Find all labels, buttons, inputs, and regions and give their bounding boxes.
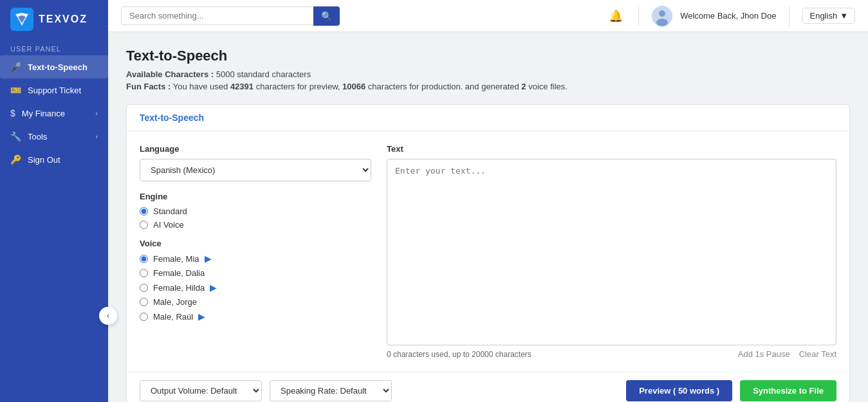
fun-facts-label: Fun Facts : bbox=[126, 82, 171, 91]
sidebar-section-label: USER PANEL bbox=[0, 39, 108, 55]
voice-male-jorge-radio[interactable] bbox=[140, 298, 148, 306]
fun-facts-info: Fun Facts : You have used 42391 characte… bbox=[126, 82, 850, 91]
voice-male-raul-radio[interactable] bbox=[140, 313, 148, 321]
voice-female-dalia-label: Female, Dalia bbox=[153, 268, 205, 278]
synthesize-button[interactable]: Synthesize to File bbox=[740, 380, 836, 401]
content-area: Text-to-Speech Available Characters : 50… bbox=[108, 32, 868, 402]
card-footer: Output Volume: Default Output Volume: Lo… bbox=[127, 372, 849, 402]
engine-section: Engine Standard AI Voice bbox=[140, 192, 371, 230]
fun-facts-production-count: 10066 bbox=[342, 82, 365, 91]
svg-point-2 bbox=[659, 10, 665, 17]
char-count: 0 characters used, up to 20000 character… bbox=[387, 350, 531, 359]
search-input[interactable] bbox=[121, 6, 313, 25]
sidebar-item-label: My Finance bbox=[22, 109, 65, 118]
avatar bbox=[652, 6, 672, 26]
sidebar-item-my-finance[interactable]: $ My Finance › bbox=[0, 102, 108, 125]
welcome-text: Welcome Back, Jhon Doe bbox=[680, 11, 776, 21]
chevron-down-icon: ▼ bbox=[840, 11, 848, 21]
play-icon[interactable]: ▶ bbox=[205, 253, 212, 264]
volume-select[interactable]: Output Volume: Default Output Volume: Lo… bbox=[140, 380, 262, 401]
card-header-title: Text-to-Speech bbox=[140, 113, 204, 123]
preview-button[interactable]: Preview ( 50 words ) bbox=[626, 380, 732, 401]
logo-text: TEXVOZ bbox=[39, 14, 88, 25]
texvoz-logo-icon bbox=[10, 8, 33, 31]
play-icon[interactable]: ▶ bbox=[210, 282, 217, 293]
sidebar-item-tools[interactable]: 🔧 Tools › bbox=[0, 125, 108, 148]
clear-text-link[interactable]: Clear Text bbox=[799, 349, 836, 359]
sidebar-item-label: Support Ticket bbox=[28, 86, 81, 95]
sidebar-item-label: Text-to-Speech bbox=[28, 62, 88, 72]
chevron-right-icon: › bbox=[95, 109, 98, 117]
voice-male-raul-option[interactable]: Male, Raúl ▶ bbox=[140, 311, 371, 322]
engine-ai-label: AI Voice bbox=[153, 220, 184, 230]
text-input[interactable] bbox=[387, 159, 836, 345]
dollar-icon: $ bbox=[10, 108, 15, 118]
voice-female-mia-radio[interactable] bbox=[140, 255, 148, 263]
engine-field-label: Engine bbox=[140, 192, 371, 201]
chevron-left-icon: ‹ bbox=[107, 311, 109, 320]
wrench-icon: 🔧 bbox=[10, 131, 21, 142]
speaking-rate-select[interactable]: Speaking Rate: Default Speaking Rate: Sl… bbox=[270, 380, 392, 401]
language-selector[interactable]: English ▼ bbox=[802, 8, 855, 24]
engine-standard-option[interactable]: Standard bbox=[140, 206, 371, 216]
text-panel: Text 0 characters used, up to 20000 char… bbox=[387, 144, 836, 359]
voice-female-mia-label: Female, Mia bbox=[153, 254, 199, 264]
header-divider bbox=[638, 6, 639, 26]
text-area-footer: 0 characters used, up to 20000 character… bbox=[387, 349, 836, 359]
available-characters-value: 5000 standard characters bbox=[216, 69, 311, 79]
play-icon[interactable]: ▶ bbox=[198, 311, 205, 322]
voice-field-label: Voice bbox=[140, 239, 371, 248]
fun-facts-prefix: You have used bbox=[173, 82, 230, 91]
fun-facts-production-suffix: characters for production. and generated bbox=[368, 82, 521, 91]
mic-icon: 🎤 bbox=[10, 62, 21, 72]
fun-facts-preview-suffix: characters for preview, bbox=[256, 82, 342, 91]
header: 🔍 🔔 Welcome Back, Jhon Doe English ▼ bbox=[108, 0, 868, 32]
voice-female-hilda-radio[interactable] bbox=[140, 284, 148, 292]
voice-female-mia-option[interactable]: Female, Mia ▶ bbox=[140, 253, 371, 264]
sidebar-item-label: Sign Out bbox=[28, 155, 60, 165]
sidebar-item-support-ticket[interactable]: 🎫 Support Ticket bbox=[0, 78, 108, 102]
search-button[interactable]: 🔍 bbox=[313, 6, 340, 26]
voice-male-raul-label: Male, Raúl bbox=[153, 312, 193, 322]
main-panel: 🔍 🔔 Welcome Back, Jhon Doe English ▼ Tex… bbox=[108, 0, 868, 402]
voice-male-jorge-label: Male, Jorge bbox=[153, 297, 197, 307]
key-icon: 🔑 bbox=[10, 154, 21, 165]
card-header: Text-to-Speech bbox=[127, 105, 849, 131]
voice-female-hilda-option[interactable]: Female, Hilda ▶ bbox=[140, 282, 371, 293]
engine-standard-label: Standard bbox=[153, 206, 187, 216]
search-icon: 🔍 bbox=[321, 11, 332, 21]
svg-point-3 bbox=[656, 19, 668, 26]
sidebar-item-sign-out[interactable]: 🔑 Sign Out bbox=[0, 148, 108, 171]
voice-female-hilda-label: Female, Hilda bbox=[153, 283, 205, 293]
engine-ai-radio[interactable] bbox=[140, 221, 148, 229]
chevron-right-icon: › bbox=[95, 132, 98, 140]
language-label: English bbox=[809, 11, 837, 21]
available-characters-label: Available Characters : bbox=[126, 69, 214, 79]
fun-facts-voice-suffix: voice files. bbox=[528, 82, 568, 91]
ticket-icon: 🎫 bbox=[10, 85, 21, 95]
engine-standard-radio[interactable] bbox=[140, 207, 148, 215]
voice-male-jorge-option[interactable]: Male, Jorge bbox=[140, 297, 371, 307]
language-field-label: Language bbox=[140, 144, 371, 154]
text-actions: Add 1s Pause Clear Text bbox=[738, 349, 836, 359]
search-bar: 🔍 bbox=[121, 6, 340, 26]
sidebar-logo: TEXVOZ bbox=[0, 0, 108, 39]
add-pause-link[interactable]: Add 1s Pause bbox=[738, 349, 790, 359]
voice-female-dalia-option[interactable]: Female, Dalia bbox=[140, 268, 371, 278]
header-divider-2 bbox=[789, 6, 790, 26]
fun-facts-preview-count: 42391 bbox=[230, 82, 254, 91]
card-body: Language Spanish (Mexico) English (US) E… bbox=[127, 131, 849, 372]
engine-ai-voice-option[interactable]: AI Voice bbox=[140, 220, 371, 230]
tts-card: Text-to-Speech Language Spanish (Mexico)… bbox=[126, 104, 850, 402]
sidebar-collapse-button[interactable]: ‹ bbox=[99, 307, 117, 325]
notification-bell-icon[interactable]: 🔔 bbox=[606, 6, 625, 26]
settings-panel: Language Spanish (Mexico) English (US) E… bbox=[140, 144, 371, 359]
available-characters-info: Available Characters : 5000 standard cha… bbox=[126, 69, 850, 79]
sidebar-item-text-to-speech[interactable]: 🎤 Text-to-Speech bbox=[0, 55, 108, 78]
fun-facts-voice-count: 2 bbox=[521, 82, 526, 91]
sidebar: TEXVOZ USER PANEL 🎤 Text-to-Speech 🎫 Sup… bbox=[0, 0, 108, 402]
voice-female-dalia-radio[interactable] bbox=[140, 269, 148, 277]
language-select[interactable]: Spanish (Mexico) English (US) English (U… bbox=[140, 159, 371, 181]
sidebar-item-label: Tools bbox=[28, 132, 47, 142]
text-field-label: Text bbox=[387, 144, 836, 154]
